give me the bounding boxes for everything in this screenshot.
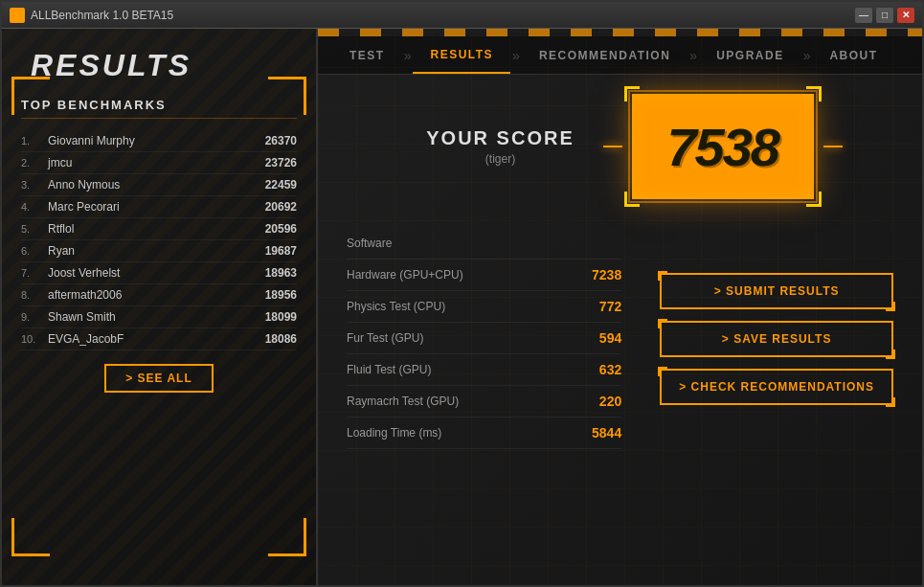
- list-item: 2. jmcu 23726: [21, 152, 297, 174]
- player-name: Giovanni Murphy: [48, 134, 265, 147]
- player-score: 19687: [265, 244, 297, 258]
- table-row: Hardware (GPU+CPU) 7238: [347, 260, 621, 291]
- window-controls: — □ ✕: [855, 8, 914, 23]
- stat-label: Physics Test (CPU): [347, 300, 574, 313]
- stripe-bar: [318, 29, 922, 36]
- player-score: 18956: [265, 288, 297, 302]
- rank-label: 4.: [21, 201, 48, 213]
- list-item: 3. Anno Nymous 22459: [21, 174, 297, 196]
- score-corner-tl: [624, 86, 640, 102]
- player-name: Ryan: [48, 244, 265, 258]
- list-item: 7. Joost Verhelst 18963: [21, 262, 297, 284]
- table-row: Loading Time (ms) 5844: [347, 418, 621, 449]
- stat-value: 632: [574, 362, 621, 377]
- stat-label: Software: [347, 237, 574, 250]
- app-icon: [10, 8, 25, 23]
- nav-separator: »: [687, 48, 699, 63]
- sidebar: RESULTS TOP BENCHMARKS 1. Giovanni Murph…: [2, 29, 318, 585]
- list-item: 5. Rtflol 20596: [21, 218, 297, 240]
- nav-item-about[interactable]: ABOUT: [812, 36, 894, 74]
- stat-value: —: [574, 236, 621, 251]
- player-score: 18099: [265, 310, 297, 324]
- rank-label: 7.: [21, 267, 48, 279]
- nav-separator: »: [510, 48, 522, 63]
- title-bar: ALLBenchmark 1.0 BETA15 — □ ✕: [2, 2, 922, 29]
- window-title: ALLBenchmark 1.0 BETA15: [31, 9, 855, 22]
- right-panel: TEST»RESULTS»RECOMMENDATION»UPGRADE»ABOU…: [318, 29, 922, 585]
- benchmarks-title: TOP BENCHMARKS: [21, 98, 297, 119]
- player-score: 23726: [265, 156, 297, 169]
- player-score: 22459: [265, 178, 297, 192]
- player-name: aftermath2006: [48, 288, 265, 302]
- score-deco-right: [823, 146, 843, 147]
- table-row: Fur Test (GPU) 594: [347, 323, 621, 354]
- sidebar-title: RESULTS: [31, 48, 287, 83]
- list-item: 4. Marc Pecorari 20692: [21, 196, 297, 218]
- table-row: Fluid Test (GPU) 632: [347, 354, 621, 386]
- score-value: 7538: [666, 116, 778, 178]
- stat-value: 594: [574, 330, 621, 346]
- stats-area: Software — Hardware (GPU+CPU) 7238 Physi…: [347, 228, 893, 449]
- player-name: Marc Pecorari: [48, 200, 265, 214]
- see-all-button[interactable]: > SEE ALL: [104, 364, 214, 393]
- player-score: 18086: [265, 332, 297, 346]
- table-row: Physics Test (CPU) 772: [347, 291, 621, 323]
- player-score: 18963: [265, 266, 297, 280]
- player-name: EVGA_JacobF: [48, 332, 265, 346]
- rank-label: 8.: [21, 289, 48, 301]
- table-row: Software —: [347, 228, 621, 260]
- player-name: Rtflol: [48, 222, 265, 236]
- table-row: Raymacrh Test (GPU) 220: [347, 386, 621, 418]
- list-item: 8. aftermath2006 18956: [21, 284, 297, 306]
- rank-label: 9.: [21, 311, 48, 323]
- rank-label: 2.: [21, 157, 48, 169]
- nav-item-results[interactable]: RESULTS: [413, 36, 510, 74]
- nav-item-upgrade[interactable]: UPGRADE: [699, 36, 801, 74]
- stat-label: Raymacrh Test (GPU): [347, 395, 574, 408]
- rank-label: 5.: [21, 223, 48, 235]
- score-corner-br: [806, 192, 822, 207]
- submit-results-button[interactable]: > SUBMIT RESULTS: [660, 273, 893, 309]
- check-recommendations-button[interactable]: > CHECK RECOMMENDATIONS: [660, 369, 893, 405]
- score-sublabel: (tiger): [485, 152, 515, 166]
- score-corner-tr: [806, 86, 822, 102]
- window: ALLBenchmark 1.0 BETA15 — □ ✕ RESULTS TO…: [0, 0, 924, 587]
- player-name: Joost Verhelst: [48, 266, 265, 280]
- action-buttons: > SUBMIT RESULTS > SAVE RESULTS > CHECK …: [660, 228, 893, 449]
- rank-label: 6.: [21, 245, 48, 257]
- stats-table: Software — Hardware (GPU+CPU) 7238 Physi…: [347, 228, 621, 449]
- your-score-label: YOUR SCORE (tiger): [426, 127, 574, 167]
- minimize-button[interactable]: —: [855, 8, 872, 23]
- nav-item-test[interactable]: TEST: [332, 36, 402, 74]
- list-item: 10. EVGA_JacobF 18086: [21, 328, 297, 350]
- stat-value: 7238: [574, 267, 621, 282]
- nav-item-recommendation[interactable]: RECOMMENDATION: [522, 36, 687, 74]
- score-corner-bl: [624, 192, 640, 207]
- nav-separator: »: [801, 48, 813, 63]
- stat-value: 5844: [574, 425, 621, 440]
- corner-accent-bl: [11, 518, 50, 556]
- nav-separator: »: [402, 48, 414, 63]
- player-name: Anno Nymous: [48, 178, 265, 192]
- score-deco-left: [603, 146, 622, 147]
- rank-label: 1.: [21, 135, 48, 147]
- list-item: 1. Giovanni Murphy 26370: [21, 130, 297, 152]
- benchmark-list: 1. Giovanni Murphy 26370 2. jmcu 23726 3…: [21, 130, 297, 350]
- stat-label: Fluid Test (GPU): [347, 363, 574, 376]
- score-title: YOUR SCORE: [426, 127, 574, 149]
- main-content: RESULTS TOP BENCHMARKS 1. Giovanni Murph…: [2, 29, 922, 585]
- maximize-button[interactable]: □: [876, 8, 893, 23]
- list-item: 6. Ryan 19687: [21, 240, 297, 262]
- rank-label: 3.: [21, 179, 48, 191]
- player-name: jmcu: [48, 156, 265, 169]
- content-area: YOUR SCORE (tiger) 7538: [318, 75, 922, 468]
- save-results-button[interactable]: > SAVE RESULTS: [660, 321, 893, 357]
- close-button[interactable]: ✕: [897, 8, 914, 23]
- benchmarks-section: TOP BENCHMARKS 1. Giovanni Murphy 26370 …: [2, 93, 316, 397]
- sidebar-title-area: RESULTS: [2, 29, 316, 93]
- player-score: 26370: [265, 134, 297, 147]
- stat-value: 772: [574, 299, 621, 314]
- stat-label: Fur Test (GPU): [347, 331, 574, 345]
- nav-bar: TEST»RESULTS»RECOMMENDATION»UPGRADE»ABOU…: [318, 36, 922, 75]
- corner-accent-br: [268, 518, 306, 556]
